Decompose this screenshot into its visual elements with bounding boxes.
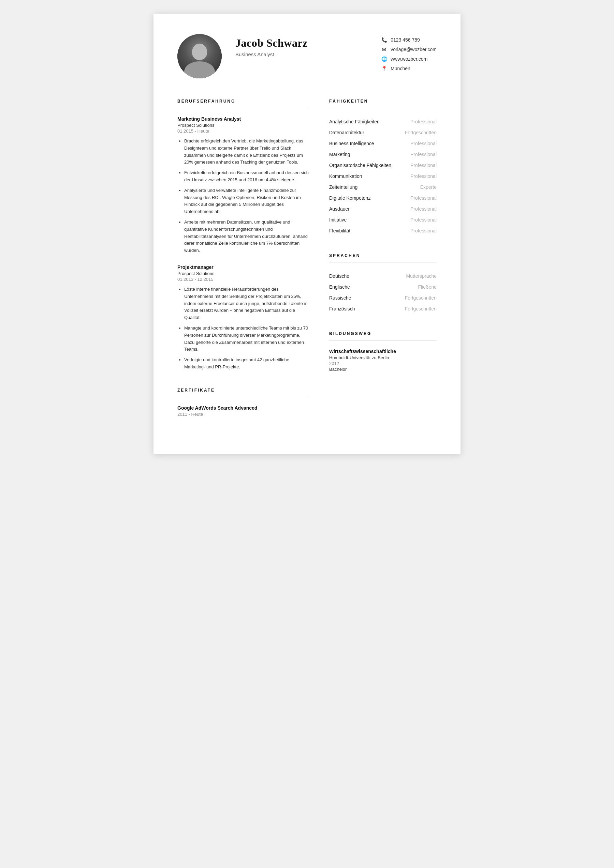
email-icon: ✉ [381, 46, 387, 53]
full-name: Jacob Schwarz [235, 37, 361, 50]
fahigkeiten-title: FÄHIGKEITEN [329, 99, 437, 104]
skill-10-name: Initiative [329, 217, 347, 223]
edu-1-title: Wirtschaftswissenschaftliche [329, 349, 437, 354]
job-2-bullets: Löste interne finanzielle Herausforderun… [177, 286, 309, 371]
left-column: BERUFSERFAHRUNG Marketing Business Analy… [177, 99, 309, 434]
edu-1-year: 2012 [329, 361, 437, 366]
job-title: Business Analyst [235, 51, 361, 57]
skill-3: Business Intelligence Professional [329, 138, 437, 149]
lang-1: Deutsche Muttersprache [329, 271, 437, 282]
lang-3-level: Fortgeschritten [405, 295, 437, 301]
job-2-company: Prospect Solutions [177, 271, 309, 276]
skill-9-level: Professional [410, 206, 437, 212]
job-1-bullet-1: Brachte erfolgreich den Vertrieb, die Ma… [184, 138, 309, 166]
website-icon: 🌐 [381, 56, 387, 62]
skill-8: Digitale Kompetenz Professional [329, 192, 437, 203]
skill-5-level: Professional [410, 163, 437, 168]
berufserfahrung-divider [177, 108, 309, 108]
edu-1-degree: Bachelor [329, 367, 437, 372]
skill-4-name: Marketing [329, 152, 350, 157]
bildungsweg-section: BILDUNGSWEG Wirtschaftswissenschaftliche… [329, 331, 437, 372]
lang-4-name: Französisch [329, 306, 355, 312]
location-icon: 📍 [381, 65, 387, 71]
lang-2: Englische Fließend [329, 282, 437, 292]
avatar [177, 34, 222, 78]
skill-10-level: Professional [410, 217, 437, 223]
job-2-title: Projektmanager [177, 265, 309, 270]
skill-11: Flexibilität Professional [329, 225, 437, 236]
skill-5: Organisatorische Fähigkeiten Professiona… [329, 160, 437, 171]
job-1-company: Prospect Solutions [177, 123, 309, 128]
job-2-bullet-2: Managte und koordinierte unterschiedlich… [184, 325, 309, 353]
lang-4: Französisch Fortgeschritten [329, 303, 437, 314]
job-2-bullet-3: Verfolgte und kontrollierte insgesamt 42… [184, 356, 309, 371]
job-1-bullets: Brachte erfolgreich den Vertrieb, die Ma… [177, 138, 309, 254]
name-block: Jacob Schwarz Business Analyst [235, 34, 361, 57]
skill-1-level: Professional [410, 119, 437, 124]
skill-7: Zeiteinteilung Experte [329, 181, 437, 192]
skill-11-level: Professional [410, 228, 437, 233]
skill-9-name: Ausdauer [329, 206, 350, 212]
website-value: www.wozber.com [390, 56, 427, 62]
job-1-bullet-2: Entwickelte erfolgreich ein Businessmode… [184, 169, 309, 184]
contact-city: 📍 München [381, 65, 437, 71]
sprachen-title: SPRACHEN [329, 253, 437, 258]
header-section: Jacob Schwarz Business Analyst 📞 0123 45… [177, 34, 437, 78]
email-value: vorlage@wozber.com [390, 46, 437, 52]
zertifikate-section: ZERTIFIKATE Google AdWords Search Advanc… [177, 388, 309, 417]
job-2-bullet-1: Löste interne finanzielle Herausforderun… [184, 286, 309, 321]
lang-1-level: Muttersprache [406, 273, 437, 279]
skill-7-name: Zeiteinteilung [329, 184, 358, 190]
job-1-dates: 01.2015 - Heute [177, 129, 309, 133]
cert-1-dates: 2011 - Heute [177, 412, 309, 417]
lang-2-name: Englische [329, 284, 350, 290]
lang-2-level: Fließend [418, 284, 437, 290]
skill-2-name: Datenarchitektur [329, 130, 364, 135]
job-1-bullet-3: Analysierte und verwaltete intelligente … [184, 187, 309, 215]
zertifikate-divider [177, 397, 309, 397]
skill-2: Datenarchitektur Fortgeschritten [329, 127, 437, 138]
skill-6-name: Kommunikation [329, 174, 362, 179]
right-column: FÄHIGKEITEN Analytische Fähigkeiten Prof… [329, 99, 437, 434]
skill-6-level: Professional [410, 174, 437, 179]
lang-1-name: Deutsche [329, 273, 349, 279]
contact-website: 🌐 www.wozber.com [381, 56, 437, 62]
job-1: Marketing Business Analyst Prospect Solu… [177, 116, 309, 254]
skill-3-level: Professional [410, 141, 437, 146]
job-1-title: Marketing Business Analyst [177, 116, 309, 122]
resume-document: Jacob Schwarz Business Analyst 📞 0123 45… [154, 14, 460, 454]
cert-1-title: Google AdWords Search Advanced [177, 405, 309, 411]
city-value: München [390, 66, 410, 71]
skill-11-name: Flexibilität [329, 228, 350, 233]
skill-4-level: Professional [410, 152, 437, 157]
main-content: BERUFSERFAHRUNG Marketing Business Analy… [177, 99, 437, 434]
contact-phone: 📞 0123 456 789 [381, 37, 437, 43]
skill-5-name: Organisatorische Fähigkeiten [329, 163, 391, 168]
contact-email: ✉ vorlage@wozber.com [381, 46, 437, 53]
avatar-image [177, 34, 222, 78]
edu-1-school: Humboldt-Universität zu Berlin [329, 355, 437, 360]
skill-2-level: Fortgeschritten [405, 130, 437, 135]
contact-block: 📞 0123 456 789 ✉ vorlage@wozber.com 🌐 ww… [381, 34, 437, 71]
job-2-dates: 01.2013 - 12.2015 [177, 277, 309, 282]
bildungsweg-divider [329, 340, 437, 341]
skill-10: Initiative Professional [329, 214, 437, 225]
skill-7-level: Experte [420, 184, 437, 190]
skill-3-name: Business Intelligence [329, 141, 374, 146]
bildungsweg-title: BILDUNGSWEG [329, 331, 437, 336]
sprachen-divider [329, 262, 437, 262]
phone-icon: 📞 [381, 37, 387, 43]
lang-3-name: Russische [329, 295, 351, 301]
job-2: Projektmanager Prospect Solutions 01.201… [177, 265, 309, 371]
skill-1: Analytische Fähigkeiten Professional [329, 116, 437, 127]
skill-1-name: Analytische Fähigkeiten [329, 119, 380, 124]
fahigkeiten-divider [329, 108, 437, 108]
skill-8-name: Digitale Kompetenz [329, 195, 370, 201]
fahigkeiten-section: FÄHIGKEITEN Analytische Fähigkeiten Prof… [329, 99, 437, 236]
lang-3: Russische Fortgeschritten [329, 292, 437, 303]
skill-6: Kommunikation Professional [329, 171, 437, 181]
berufserfahrung-section: BERUFSERFAHRUNG Marketing Business Analy… [177, 99, 309, 371]
sprachen-section: SPRACHEN Deutsche Muttersprache Englisch… [329, 253, 437, 314]
skill-8-level: Professional [410, 195, 437, 201]
skill-9: Ausdauer Professional [329, 203, 437, 214]
